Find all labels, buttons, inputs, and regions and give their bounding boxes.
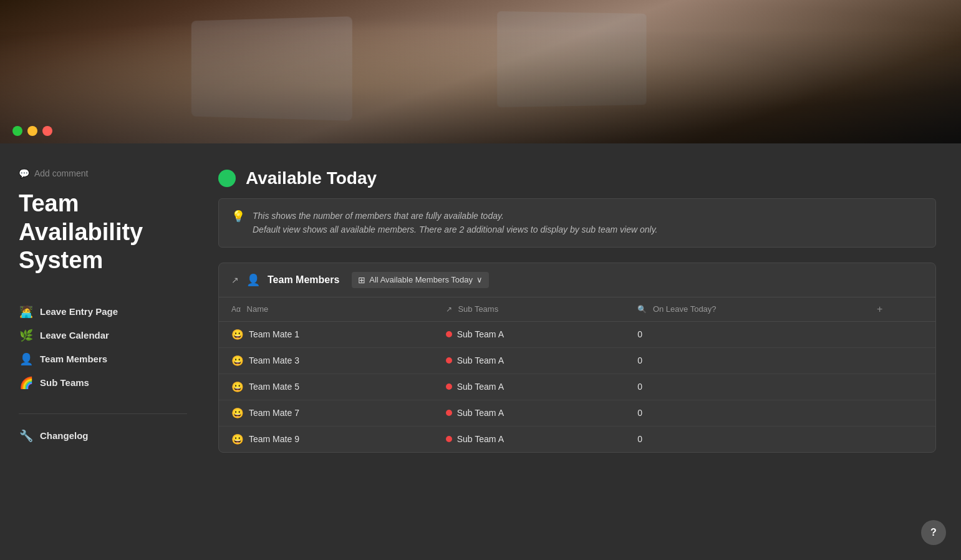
table-row[interactable]: 😀 Team Mate 5 Sub Team A 0 [219,374,935,400]
cell-name-tm7: 😀 Team Mate 7 [219,400,433,426]
col-icon-on-leave: 🔍 [637,305,647,314]
sidebar-item-leave-entry[interactable]: 🧑‍💻 Leave Entry Page [19,300,187,324]
col-header-sub-teams: ↗ Sub Teams [433,297,625,322]
cell-subteam-tm3: Sub Team A [433,347,625,374]
name-text-tm5: Team Mate 5 [249,382,299,392]
cell-extra-tm9 [864,426,935,452]
col-icon-name: Aα [231,305,241,314]
available-today-header: Available Today [218,168,936,188]
header-image [0,0,961,143]
main-content: Available Today 💡 This shows the number … [206,143,961,560]
subteam-dot-tm5 [446,384,452,390]
subteam-dot-tm3 [446,357,452,364]
page-title: Team Availability System [19,190,187,275]
col-icon-sub-teams: ↗ [446,305,452,314]
col-header-add: + [864,297,935,322]
sidebar-item-changelog-label: Changelog [40,430,89,441]
cell-name-tm5: 😀 Team Mate 5 [219,374,433,400]
available-today-title: Available Today [246,168,377,188]
add-column-button[interactable]: + [877,304,882,314]
add-comment-label: Add comment [34,168,88,178]
cell-on-leave-tm7: 0 [625,400,864,426]
team-members-section-icon: 👤 [246,273,260,287]
sidebar-item-team-members-label: Team Members [40,354,107,364]
sub-teams-icon: 🌈 [19,376,34,390]
col-label-on-leave: On Leave Today? [653,304,717,314]
table-view-icon: ⊞ [358,275,365,285]
subteam-dot-tm7 [446,410,452,416]
info-line2: Default view shows all available members… [253,224,658,234]
cell-name-tm9: 😀 Team Mate 9 [219,426,433,452]
name-emoji-tm3: 😀 [231,355,244,367]
name-emoji-tm1: 😀 [231,329,244,340]
nav-divider [19,413,187,414]
leave-calendar-icon: 🌿 [19,329,34,342]
chevron-down-icon: ∨ [476,275,483,284]
name-text-tm7: Team Mate 7 [249,408,299,418]
sidebar-item-leave-calendar[interactable]: 🌿 Leave Calendar [19,324,187,347]
subteam-text-tm1: Sub Team A [457,329,504,339]
comment-icon: 💬 [19,168,29,178]
col-label-name: Name [247,304,269,314]
table-row[interactable]: 😀 Team Mate 1 Sub Team A 0 [219,321,935,347]
traffic-light-green [12,126,22,136]
name-text-tm9: Team Mate 9 [249,434,299,444]
cell-extra-tm3 [864,347,935,374]
subteam-dot-tm1 [446,331,452,337]
team-members-section-title: Team Members [268,274,339,286]
subteam-text-tm9: Sub Team A [457,434,504,444]
info-text: This shows the number of members that ar… [253,209,658,237]
changelog-icon: 🔧 [19,429,34,443]
col-header-name: Aα Name [219,297,433,322]
info-box: 💡 This shows the number of members that … [218,198,936,248]
on-leave-value-tm7: 0 [637,408,642,418]
on-leave-value-tm9: 0 [637,434,642,444]
traffic-lights [12,126,52,136]
on-leave-value-tm3: 0 [637,355,642,365]
help-label: ? [930,527,937,538]
expand-icon[interactable]: ↗ [231,275,239,285]
table-section-header: ↗ 👤 Team Members ⊞ All Available Members… [219,263,935,297]
nav-section-main: 🧑‍💻 Leave Entry Page 🌿 Leave Calendar 👤 … [19,300,187,395]
col-header-on-leave: 🔍 On Leave Today? [625,297,864,322]
cell-subteam-tm1: Sub Team A [433,321,625,347]
cell-on-leave-tm1: 0 [625,321,864,347]
cell-on-leave-tm9: 0 [625,426,864,452]
table-header-row: Aα Name ↗ Sub Teams 🔍 On Leave Today? [219,297,935,322]
cell-extra-tm5 [864,374,935,400]
team-members-table: Aα Name ↗ Sub Teams 🔍 On Leave Today? [219,297,935,452]
subteam-dot-tm9 [446,436,452,442]
cell-name-tm3: 😀 Team Mate 3 [219,347,433,374]
sidebar-item-sub-teams[interactable]: 🌈 Sub Teams [19,371,187,395]
subteam-text-tm7: Sub Team A [457,408,504,418]
cell-extra-tm1 [864,321,935,347]
info-line1: This shows the number of members that ar… [253,211,504,221]
sidebar-item-team-members[interactable]: 👤 Team Members [19,347,187,371]
name-text-tm1: Team Mate 1 [249,329,299,339]
name-emoji-tm9: 😀 [231,433,244,445]
info-bulb-icon: 💡 [231,210,245,223]
view-selector-dropdown[interactable]: ⊞ All Available Members Today ∨ [352,272,489,288]
col-label-sub-teams: Sub Teams [458,304,498,314]
main-wrapper: 💬 Add comment Team Availability System 🧑… [0,143,961,560]
table-row[interactable]: 😀 Team Mate 9 Sub Team A 0 [219,426,935,452]
nav-section-secondary: 🔧 Changelog [19,424,187,448]
team-members-table-section: ↗ 👤 Team Members ⊞ All Available Members… [218,263,936,453]
add-comment-button[interactable]: 💬 Add comment [19,168,187,178]
cell-subteam-tm7: Sub Team A [433,400,625,426]
table-row[interactable]: 😀 Team Mate 7 Sub Team A 0 [219,400,935,426]
name-emoji-tm7: 😀 [231,407,244,419]
cell-name-tm1: 😀 Team Mate 1 [219,321,433,347]
leave-entry-icon: 🧑‍💻 [19,305,34,319]
available-indicator-dot [218,170,236,187]
view-selector-label: All Available Members Today [369,275,473,284]
sidebar-item-leave-entry-label: Leave Entry Page [40,306,118,317]
team-members-nav-icon: 👤 [19,352,34,366]
name-emoji-tm5: 😀 [231,381,244,393]
cell-subteam-tm5: Sub Team A [433,374,625,400]
help-button[interactable]: ? [921,520,946,545]
table-row[interactable]: 😀 Team Mate 3 Sub Team A 0 [219,347,935,374]
sidebar-item-sub-teams-label: Sub Teams [40,377,89,388]
name-text-tm3: Team Mate 3 [249,355,299,365]
sidebar-item-changelog[interactable]: 🔧 Changelog [19,424,187,448]
